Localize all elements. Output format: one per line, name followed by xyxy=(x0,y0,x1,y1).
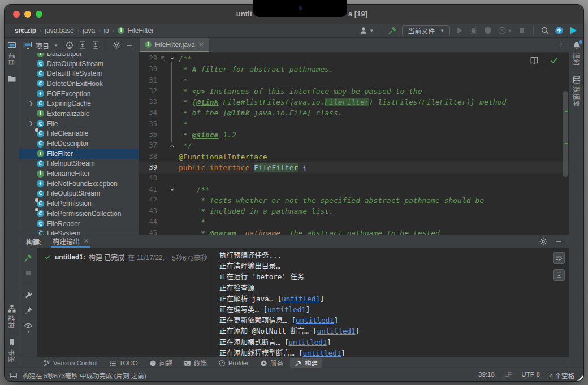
code-line-29[interactable]: 29/** xyxy=(139,53,569,64)
line-number[interactable]: 42 xyxy=(139,195,158,206)
module-link[interactable]: untitled1 xyxy=(303,349,341,357)
project-tree-item-dataoutputstream[interactable]: CDataOutputStream xyxy=(19,59,139,69)
right-stripe-button-数据库[interactable]: 数据库 xyxy=(572,75,581,107)
rendered-doc-toggle[interactable] xyxy=(158,53,168,64)
project-tree-item-file[interactable]: ❯CFile xyxy=(19,119,139,129)
collapse-all-button[interactable] xyxy=(91,41,100,50)
module-link[interactable]: untitled1 xyxy=(296,316,334,325)
line-number[interactable]: 34 xyxy=(139,107,158,118)
close-icon[interactable]: ✕ xyxy=(84,237,89,245)
view-options-button[interactable]: ▼ xyxy=(24,321,33,334)
line-number[interactable]: 39 xyxy=(139,162,158,173)
build-output-tab[interactable]: 构建输出 ✕ xyxy=(51,235,90,248)
indent-setting[interactable]: 4 个空格 xyxy=(550,371,574,380)
project-tree-item-filereader[interactable]: CFileReader xyxy=(19,219,139,229)
run-config-selector[interactable]: 当前文件▼ xyxy=(402,25,450,36)
fold-region-end-icon[interactable] xyxy=(168,140,176,151)
run-button[interactable] xyxy=(455,26,464,35)
stop-build-button[interactable] xyxy=(24,269,33,278)
build-result-tree[interactable]: untitled1: 构建 已完成 在 11/17/22, 6:2 5秒673毫… xyxy=(37,248,211,357)
line-separator[interactable]: LF xyxy=(504,371,512,380)
caret-position[interactable]: 39:18 xyxy=(478,371,495,380)
close-tab-icon[interactable]: ✕ xyxy=(198,41,204,48)
options-button[interactable] xyxy=(112,41,121,50)
breadcrumb-item[interactable]: FileFilter xyxy=(128,27,154,34)
hide-panel-button[interactable] xyxy=(125,41,134,50)
toolwindow-button-构建[interactable]: 构建 xyxy=(290,358,322,368)
status-message[interactable]: 构建在 5秒673毫秒 中成功完成 (片刻 之前) xyxy=(23,371,146,380)
expand-arrow-icon[interactable]: ❯ xyxy=(29,121,33,126)
module-link[interactable]: untitled1 xyxy=(282,295,320,303)
inspections-ok-check-icon[interactable] xyxy=(550,56,559,65)
breadcrumb-item[interactable]: java.base xyxy=(45,27,74,34)
project-tree-item-filedescriptor[interactable]: CFileDescriptor xyxy=(19,139,139,149)
fold-region-start-icon[interactable] xyxy=(168,184,176,195)
left-stripe-button-项目[interactable]: 项目 xyxy=(7,41,16,66)
code-line-35[interactable]: 35 * xyxy=(139,119,569,129)
analysis-mark[interactable] xyxy=(565,111,568,112)
toolwindow-button-终端[interactable]: 终端 xyxy=(179,358,211,368)
code-editor[interactable]: 29/**30 * A filter for abstract pathname… xyxy=(139,53,569,235)
code-line-40[interactable]: 40 xyxy=(139,173,569,184)
toolwindow-button-todo[interactable]: TODO xyxy=(105,358,142,368)
ide-update-button[interactable] xyxy=(555,26,564,35)
line-number[interactable]: 38 xyxy=(139,152,158,162)
code-line-31[interactable]: 31 * xyxy=(139,75,569,86)
search-everywhere-button[interactable] xyxy=(541,26,550,35)
line-number[interactable]: 35 xyxy=(139,119,158,129)
tool-window-layout-icon[interactable] xyxy=(10,371,18,379)
editor-tab-filefilter[interactable]: I FileFilter.java ✕ xyxy=(140,38,209,52)
project-tree-item-filepermissioncollection[interactable]: CFilePermissionCollection xyxy=(19,209,139,219)
code-line-36[interactable]: 36 * @since 1.2 xyxy=(139,129,569,140)
toolwindow-button-服务[interactable]: 服务 xyxy=(256,358,288,368)
toolwindow-button-问题[interactable]: 问题 xyxy=(145,358,177,368)
project-tree-item-filecleanable[interactable]: CFileCleanable xyxy=(19,129,139,139)
build-settings-gear-icon[interactable] xyxy=(539,237,548,246)
code-line-34[interactable]: 34 * of the {@link java.io.File} class. xyxy=(139,107,569,118)
build-settings-button[interactable] xyxy=(24,291,33,300)
scroll-to-end-button[interactable] xyxy=(553,269,565,281)
editor-scrollbar[interactable] xyxy=(563,91,568,177)
project-tree-item-filesystem[interactable]: CFileSystem xyxy=(19,228,139,235)
breadcrumb-item[interactable]: src.zip xyxy=(15,27,36,34)
fold-region-start-icon[interactable] xyxy=(168,53,176,64)
line-number[interactable]: 31 xyxy=(139,75,158,86)
code-line-39[interactable]: 39public interface FileFilter { xyxy=(139,162,569,173)
code-line-32[interactable]: 32 * <p> Instances of this interface may… xyxy=(139,86,569,97)
line-number[interactable]: 36 xyxy=(139,129,158,140)
rerun-build-button[interactable] xyxy=(24,253,33,262)
project-tree-item-expiringcache[interactable]: ❯CExpiringCache xyxy=(19,98,139,109)
code-line-42[interactable]: 42 * Tests whether or not the specified … xyxy=(139,195,569,206)
project-tree[interactable]: IDataOutputCDataOutputStreamCDefaultFile… xyxy=(19,53,139,235)
code-line-30[interactable]: 30 * A filter for abstract pathnames. xyxy=(139,64,569,75)
resize-grip[interactable] xyxy=(577,375,583,381)
expand-arrow-icon[interactable]: ❯ xyxy=(29,101,33,106)
project-tree-item-eofexception[interactable]: EOFException xyxy=(19,89,139,99)
hide-build-panel-icon[interactable] xyxy=(554,237,563,246)
code-line-44[interactable]: 44 * xyxy=(139,217,569,227)
reader-mode-book-icon[interactable] xyxy=(530,56,539,65)
left-stripe-button[interactable] xyxy=(7,74,16,83)
chevron-down-icon[interactable]: ▼ xyxy=(54,43,58,48)
right-stripe-button-通知[interactable]: 通知 xyxy=(572,41,581,66)
project-tree-item-filepermission[interactable]: CFilePermission xyxy=(19,198,139,209)
left-stripe-button-结构[interactable]: 结构 xyxy=(7,304,16,329)
build-button[interactable] xyxy=(388,26,397,35)
line-number[interactable]: 44 xyxy=(139,217,158,227)
line-number[interactable]: 41 xyxy=(139,184,158,195)
code-line-38[interactable]: 38@FunctionalInterface xyxy=(139,152,569,162)
toolwindow-button-profiler[interactable]: Profiler xyxy=(214,358,253,368)
module-link[interactable]: untitled1 xyxy=(317,327,356,335)
project-tree-item-deleteonexithook[interactable]: CDeleteOnExitHook xyxy=(19,79,139,89)
soft-wrap-button[interactable] xyxy=(553,252,565,264)
stop-button[interactable] xyxy=(517,26,526,35)
tab-options-kebab-icon[interactable]: ⋮ xyxy=(557,40,565,49)
left-stripe-button-书签[interactable]: 书签 xyxy=(7,338,16,363)
code-line-41[interactable]: 41 /** xyxy=(139,184,569,195)
user-menu-button[interactable]: ▼ xyxy=(359,26,374,35)
build-console[interactable]: 执行预编译任务...正在清理输出目录…正在运行 'before' 任务正在检查源… xyxy=(211,248,569,357)
profile-button[interactable]: ▼ xyxy=(498,26,512,35)
expand-all-button[interactable] xyxy=(78,41,87,50)
breadcrumb-item[interactable]: io xyxy=(103,27,109,34)
project-tree-item-externalizable[interactable]: IExternalizable xyxy=(19,109,139,119)
